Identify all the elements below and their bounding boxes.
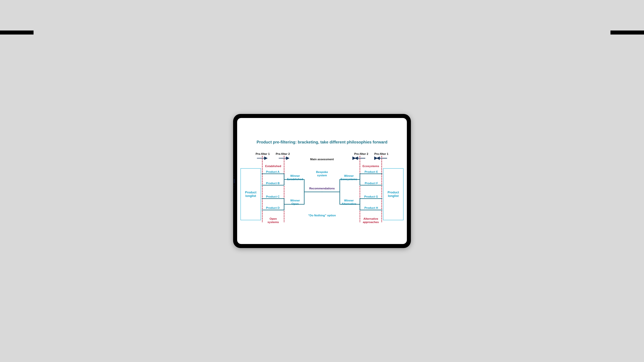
right-group-alternative: Alternative approaches bbox=[362, 217, 380, 224]
product-g: Product G bbox=[364, 195, 378, 198]
winner-open: Winner Open bbox=[286, 199, 304, 205]
header-prefilter1-right: Pre-filter 1 bbox=[374, 152, 388, 156]
product-f: Product F bbox=[365, 182, 378, 185]
header-prefilter1-left: Pre-filter 1 bbox=[256, 152, 270, 156]
left-group-established: Established bbox=[264, 165, 282, 168]
tablet-sensors bbox=[234, 174, 234, 188]
tablet-frame: Product pre-filtering: bracketing, take … bbox=[233, 114, 411, 248]
winner-alternative: Winner Alternative bbox=[340, 199, 358, 205]
header-prefilter2-left: Pre-filter 2 bbox=[276, 152, 290, 156]
bracket-diagram: Pre-filter 1 Pre-filter 2 Main assessmen… bbox=[237, 118, 407, 244]
product-b: Product B bbox=[266, 182, 280, 185]
product-h: Product H bbox=[364, 206, 378, 210]
right-group-ecosystems: Ecosystems bbox=[362, 165, 380, 168]
left-group-open: Open systems bbox=[264, 217, 282, 224]
product-d: Product D bbox=[266, 206, 280, 210]
center-bespoke: Bespoke system bbox=[237, 170, 407, 177]
product-c: Product C bbox=[266, 195, 280, 198]
header-prefilter2-right: Pre-filter 2 bbox=[354, 152, 368, 156]
screen: Product pre-filtering: bracketing, take … bbox=[237, 118, 407, 244]
header-main-assessment: Main assessment bbox=[237, 158, 407, 161]
center-recommendations: Recommendations bbox=[237, 187, 407, 190]
bracket-svg bbox=[237, 118, 407, 244]
center-do-nothing: “Do Nothing” option bbox=[237, 214, 407, 217]
